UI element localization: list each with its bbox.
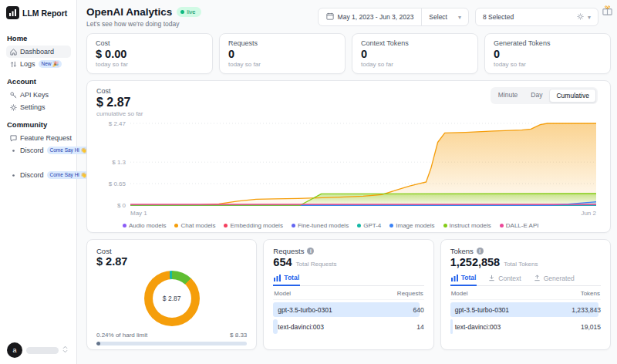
arrows-up-down-icon bbox=[9, 60, 17, 68]
sidebar-item-logs[interactable]: Logs New 🎉 bbox=[6, 58, 71, 70]
toggle-cumulative[interactable]: Cumulative bbox=[549, 89, 596, 103]
gear-icon bbox=[9, 103, 17, 111]
cost-area-chart[interactable]: $ 2.47$ 1.3$ 0.65$ 0May 1Jun 2 bbox=[96, 117, 601, 219]
legend-item[interactable]: DALL-E API bbox=[500, 222, 539, 229]
chart-title: Cost bbox=[96, 87, 143, 95]
stat-sub: today so far bbox=[96, 61, 204, 68]
gear-icon bbox=[577, 13, 584, 22]
column-header: Model bbox=[451, 290, 468, 297]
table-row[interactable]: text-davinci:00319,015 bbox=[450, 319, 601, 334]
model-name: text-davinci:003 bbox=[273, 323, 324, 331]
card-value: 1,252,858 bbox=[450, 256, 501, 268]
legend-item[interactable]: Instruct models bbox=[443, 222, 491, 229]
cost-breakdown-card: Cost $ 2.87 $ 2.87 0.24% of hard limit $… bbox=[86, 239, 257, 350]
card-title: Tokens bbox=[450, 247, 474, 255]
svg-text:$ 0: $ 0 bbox=[117, 202, 126, 209]
stat-sub: today so far bbox=[228, 61, 336, 68]
sidebar-item-label: Logs bbox=[20, 60, 35, 68]
model-name: gpt-3.5-turbo-0301 bbox=[450, 306, 509, 314]
stat-card-cost: Cost $ 0.00 today so far bbox=[86, 33, 213, 74]
date-range-button[interactable]: May 1, 2023 - Jun 3, 2023 bbox=[319, 12, 422, 22]
sidebar-item-api-keys[interactable]: API Keys bbox=[6, 89, 71, 101]
legend-label: DALL-E API bbox=[506, 222, 539, 229]
column-header: Model bbox=[274, 290, 291, 297]
bar-chart-icon bbox=[274, 275, 281, 281]
model-name: gpt-3.5-turbo-0301 bbox=[273, 306, 332, 314]
tokens-table: gpt-3.5-turbo-03011,233,843text-davinci:… bbox=[450, 302, 601, 334]
tokens-tab-generated[interactable]: Generated bbox=[533, 274, 575, 285]
chart-sub: cumulative so far bbox=[96, 110, 143, 117]
requests-tab-total[interactable]: Total bbox=[273, 274, 300, 286]
sidebar-item-discord-1[interactable]: Discord Come Say Hi 👋 bbox=[6, 144, 71, 157]
stat-card-generated-tokens: Generated Tokens 0 today so far bbox=[484, 33, 611, 74]
legend-dot-icon bbox=[174, 224, 178, 228]
models-filter-value: 8 Selected bbox=[483, 13, 514, 21]
stat-label: Context Tokens bbox=[361, 39, 469, 47]
column-header: Requests bbox=[397, 290, 423, 297]
stat-label: Requests bbox=[228, 39, 336, 47]
stat-cards-row: Cost $ 0.00 today so far Requests 0 toda… bbox=[86, 33, 611, 74]
app-logo-row[interactable]: LLM Report bbox=[6, 6, 71, 19]
sidebar-item-label: Feature Request bbox=[20, 134, 72, 142]
speech-bubble-icon bbox=[9, 134, 17, 142]
sidebar-item-label: Discord bbox=[20, 147, 44, 154]
new-badge: New 🎉 bbox=[39, 60, 62, 68]
stat-value: 0 bbox=[494, 48, 602, 60]
row-value: 14 bbox=[416, 323, 423, 331]
models-filter-select[interactable]: 8 Selected ▾ bbox=[475, 8, 598, 26]
row-value: 19,015 bbox=[581, 323, 601, 331]
requests-table: gpt-3.5-turbo-0301640text-davinci:00314 bbox=[273, 302, 423, 334]
stat-card-context-tokens: Context Tokens 0 today so far bbox=[352, 33, 478, 74]
tokens-tab-context[interactable]: Context bbox=[487, 274, 521, 285]
legend-label: GPT-4 bbox=[363, 222, 381, 229]
tab-label: Total bbox=[461, 274, 477, 281]
granularity-toggle: Minute Day Cumulative bbox=[491, 87, 598, 104]
toggle-minute[interactable]: Minute bbox=[492, 89, 524, 103]
legend-item[interactable]: Image models bbox=[389, 222, 434, 229]
legend-label: Chat models bbox=[180, 222, 215, 229]
section-title-community: Community bbox=[7, 120, 71, 129]
tokens-tabs: TotalContextGenerated bbox=[450, 274, 601, 286]
card-sub: Total Requests bbox=[296, 261, 337, 268]
page-title: OpenAI Analytics bbox=[86, 6, 172, 18]
user-menu[interactable]: a bbox=[6, 341, 71, 359]
info-icon[interactable] bbox=[477, 248, 484, 254]
stat-label: Cost bbox=[96, 39, 204, 47]
legend-item[interactable]: Chat models bbox=[174, 222, 215, 229]
sidebar-item-feature-request[interactable]: Feature Request bbox=[6, 132, 71, 144]
legend-item[interactable]: Embedding models bbox=[224, 222, 282, 229]
tab-label: Context bbox=[498, 275, 521, 282]
legend-item[interactable]: Audio models bbox=[123, 222, 166, 229]
card-title: Requests bbox=[273, 247, 304, 255]
svg-text:May 1: May 1 bbox=[130, 210, 147, 217]
section-title-account: Account bbox=[7, 77, 71, 86]
table-row[interactable]: text-davinci:00314 bbox=[273, 319, 423, 334]
gift-icon[interactable] bbox=[602, 5, 614, 17]
discord-dot-icon bbox=[9, 147, 17, 154]
cost-donut-chart[interactable]: $ 2.87 bbox=[144, 271, 200, 326]
column-header: Tokens bbox=[581, 290, 600, 297]
sidebar-item-discord-2[interactable]: Discord Come Say Hi 👋 bbox=[6, 169, 71, 181]
progress-fill bbox=[96, 342, 100, 345]
tokens-tab-total[interactable]: Total bbox=[450, 274, 477, 286]
legend-item[interactable]: GPT-4 bbox=[357, 222, 381, 229]
table-row[interactable]: gpt-3.5-turbo-0301640 bbox=[273, 302, 423, 317]
page-subtitle: Let's see how we're doing today bbox=[86, 20, 201, 28]
svg-text:Jun 2: Jun 2 bbox=[581, 210, 596, 217]
sidebar: LLM Report Home Dashboard Logs New 🎉 Acc… bbox=[0, 0, 77, 364]
chart-legend: Audio modelsChat modelsEmbedding modelsF… bbox=[123, 222, 601, 229]
card-value: $ 2.87 bbox=[96, 255, 247, 268]
sidebar-item-settings[interactable]: Settings bbox=[6, 101, 71, 113]
preset-select[interactable]: Select ▾ bbox=[422, 13, 468, 21]
live-badge: live bbox=[177, 7, 201, 17]
sidebar-item-dashboard[interactable]: Dashboard bbox=[6, 46, 71, 58]
legend-item[interactable]: Fine-tuned models bbox=[292, 222, 349, 229]
live-dot-icon bbox=[180, 10, 184, 14]
legend-dot-icon bbox=[292, 224, 295, 228]
info-icon[interactable] bbox=[307, 248, 314, 254]
legend-dot-icon bbox=[123, 224, 126, 228]
table-row[interactable]: gpt-3.5-turbo-03011,233,843 bbox=[450, 302, 601, 317]
toggle-day[interactable]: Day bbox=[524, 89, 548, 103]
sidebar-item-label: Settings bbox=[20, 103, 46, 111]
bar-chart-icon bbox=[451, 275, 458, 281]
